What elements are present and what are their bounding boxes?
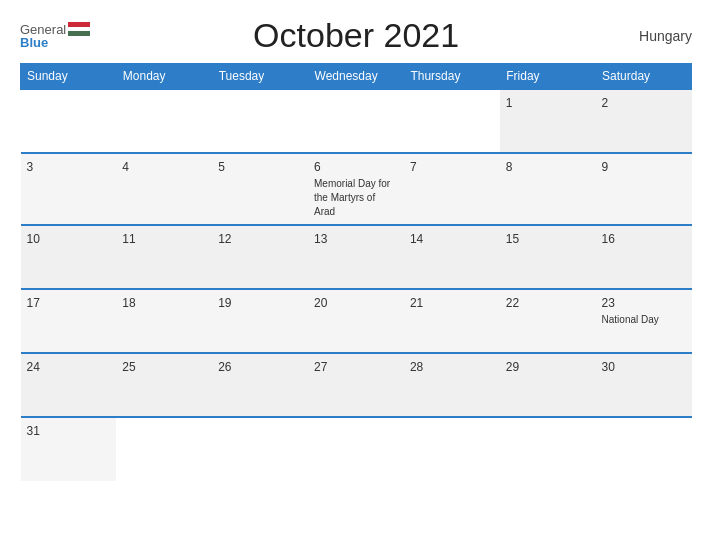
svg-rect-0 bbox=[68, 22, 90, 27]
calendar-cell: 31 bbox=[21, 417, 117, 481]
calendar-table: Sunday Monday Tuesday Wednesday Thursday… bbox=[20, 63, 692, 481]
calendar-week-row: 31 bbox=[21, 417, 692, 481]
calendar-cell: 13 bbox=[308, 225, 404, 289]
calendar-week-row: 10111213141516 bbox=[21, 225, 692, 289]
day-number: 8 bbox=[506, 160, 590, 174]
day-number: 1 bbox=[506, 96, 590, 110]
header-friday: Friday bbox=[500, 64, 596, 90]
calendar-cell: 22 bbox=[500, 289, 596, 353]
day-number: 18 bbox=[122, 296, 206, 310]
day-number: 16 bbox=[602, 232, 686, 246]
day-number: 27 bbox=[314, 360, 398, 374]
calendar-cell: 15 bbox=[500, 225, 596, 289]
day-number: 22 bbox=[506, 296, 590, 310]
day-number: 3 bbox=[27, 160, 111, 174]
event-label: National Day bbox=[602, 314, 659, 325]
calendar-cell bbox=[21, 89, 117, 153]
day-number: 7 bbox=[410, 160, 494, 174]
header-sunday: Sunday bbox=[21, 64, 117, 90]
day-number: 25 bbox=[122, 360, 206, 374]
day-number: 23 bbox=[602, 296, 686, 310]
day-number: 31 bbox=[27, 424, 111, 438]
day-number: 9 bbox=[602, 160, 686, 174]
header: General Blue October 2021 Hungary bbox=[20, 16, 692, 55]
calendar-cell bbox=[212, 89, 308, 153]
calendar-week-row: 17181920212223National Day bbox=[21, 289, 692, 353]
calendar-cell: 21 bbox=[404, 289, 500, 353]
header-wednesday: Wednesday bbox=[308, 64, 404, 90]
calendar-page: General Blue October 2021 Hungary Sunday… bbox=[0, 0, 712, 550]
logo-flag-icon bbox=[68, 22, 90, 36]
calendar-cell: 17 bbox=[21, 289, 117, 353]
calendar-cell: 29 bbox=[500, 353, 596, 417]
svg-rect-1 bbox=[68, 27, 90, 31]
day-number: 26 bbox=[218, 360, 302, 374]
calendar-cell: 23National Day bbox=[596, 289, 692, 353]
calendar-cell: 14 bbox=[404, 225, 500, 289]
calendar-cell: 19 bbox=[212, 289, 308, 353]
header-tuesday: Tuesday bbox=[212, 64, 308, 90]
calendar-cell: 8 bbox=[500, 153, 596, 225]
header-monday: Monday bbox=[116, 64, 212, 90]
calendar-cell bbox=[404, 417, 500, 481]
calendar-title: October 2021 bbox=[90, 16, 622, 55]
country-label: Hungary bbox=[622, 28, 692, 44]
calendar-cell: 3 bbox=[21, 153, 117, 225]
calendar-cell: 12 bbox=[212, 225, 308, 289]
calendar-cell: 11 bbox=[116, 225, 212, 289]
day-number: 20 bbox=[314, 296, 398, 310]
logo-general-text: General bbox=[20, 23, 66, 36]
calendar-cell: 9 bbox=[596, 153, 692, 225]
calendar-cell: 5 bbox=[212, 153, 308, 225]
calendar-cell: 28 bbox=[404, 353, 500, 417]
calendar-cell bbox=[212, 417, 308, 481]
day-number: 19 bbox=[218, 296, 302, 310]
day-number: 21 bbox=[410, 296, 494, 310]
calendar-week-row: 12 bbox=[21, 89, 692, 153]
logo-blue-text: Blue bbox=[20, 36, 48, 49]
svg-rect-2 bbox=[68, 31, 90, 36]
day-number: 14 bbox=[410, 232, 494, 246]
day-number: 5 bbox=[218, 160, 302, 174]
day-number: 29 bbox=[506, 360, 590, 374]
calendar-cell: 7 bbox=[404, 153, 500, 225]
calendar-cell: 27 bbox=[308, 353, 404, 417]
header-saturday: Saturday bbox=[596, 64, 692, 90]
header-thursday: Thursday bbox=[404, 64, 500, 90]
calendar-cell: 30 bbox=[596, 353, 692, 417]
calendar-cell: 18 bbox=[116, 289, 212, 353]
calendar-cell bbox=[500, 417, 596, 481]
calendar-cell: 6Memorial Day for the Martyrs of Arad bbox=[308, 153, 404, 225]
day-number: 24 bbox=[27, 360, 111, 374]
logo: General Blue bbox=[20, 22, 90, 49]
calendar-cell bbox=[404, 89, 500, 153]
calendar-week-row: 3456Memorial Day for the Martyrs of Arad… bbox=[21, 153, 692, 225]
calendar-cell bbox=[596, 417, 692, 481]
calendar-cell: 16 bbox=[596, 225, 692, 289]
day-number: 2 bbox=[602, 96, 686, 110]
calendar-cell bbox=[116, 89, 212, 153]
day-number: 15 bbox=[506, 232, 590, 246]
calendar-cell: 26 bbox=[212, 353, 308, 417]
day-number: 28 bbox=[410, 360, 494, 374]
calendar-cell: 25 bbox=[116, 353, 212, 417]
calendar-cell: 4 bbox=[116, 153, 212, 225]
calendar-week-row: 24252627282930 bbox=[21, 353, 692, 417]
day-number: 10 bbox=[27, 232, 111, 246]
calendar-cell: 2 bbox=[596, 89, 692, 153]
day-number: 30 bbox=[602, 360, 686, 374]
calendar-cell bbox=[308, 417, 404, 481]
day-number: 4 bbox=[122, 160, 206, 174]
calendar-cell: 10 bbox=[21, 225, 117, 289]
weekday-header-row: Sunday Monday Tuesday Wednesday Thursday… bbox=[21, 64, 692, 90]
day-number: 12 bbox=[218, 232, 302, 246]
calendar-cell: 24 bbox=[21, 353, 117, 417]
calendar-cell: 1 bbox=[500, 89, 596, 153]
calendar-cell bbox=[116, 417, 212, 481]
day-number: 6 bbox=[314, 160, 398, 174]
calendar-cell bbox=[308, 89, 404, 153]
day-number: 13 bbox=[314, 232, 398, 246]
day-number: 11 bbox=[122, 232, 206, 246]
event-label: Memorial Day for the Martyrs of Arad bbox=[314, 178, 390, 217]
calendar-cell: 20 bbox=[308, 289, 404, 353]
